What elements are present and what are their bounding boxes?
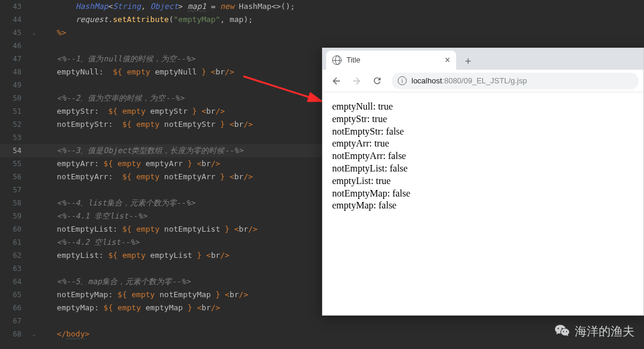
url-box[interactable]: i localhost:8080/09_EL_JSTL/g.jsp	[392, 73, 639, 89]
output-line: emptyStr: true	[332, 113, 634, 126]
watermark-text: 海洋的渔夫	[575, 323, 634, 339]
fold-gutter: ⌄	[30, 26, 38, 39]
fold-gutter	[30, 144, 38, 157]
line-number: 47	[0, 52, 30, 66]
line-number: 67	[0, 314, 30, 328]
reload-icon	[372, 76, 382, 86]
code-content[interactable]: request.setAttribute("emptyMap", map);	[38, 13, 644, 26]
fold-gutter	[30, 288, 38, 301]
close-icon[interactable]: ×	[445, 55, 450, 66]
tab-title: Title	[346, 56, 440, 64]
output-line: emptyList: true	[332, 175, 634, 188]
line-number: 46	[0, 39, 30, 52]
arrow-right-icon	[351, 76, 362, 86]
code-content[interactable]: %>	[38, 26, 644, 39]
page-content: emptyNull: trueemptyStr: truenotEmptyStr…	[323, 92, 643, 220]
new-tab-button[interactable]: +	[460, 53, 476, 70]
output-line: notEmptyMap: false	[332, 188, 634, 200]
url-text: localhost:8080/09_EL_JSTL/g.jsp	[411, 76, 527, 85]
browser-tab[interactable]: Title ×	[326, 51, 456, 70]
fold-gutter	[30, 170, 38, 183]
line-number: 65	[0, 288, 30, 301]
code-line[interactable]: 44 request.setAttribute("emptyMap", map)…	[0, 13, 644, 26]
line-number: 68	[0, 328, 30, 341]
fold-gutter	[30, 262, 38, 275]
line-number: 58	[0, 197, 30, 210]
code-content[interactable]	[38, 314, 644, 328]
line-number: 44	[0, 13, 30, 26]
line-number: 55	[0, 157, 30, 170]
browser-window: Title × + i localhost:8080/09_EL_JSTL/g.…	[322, 48, 644, 316]
line-number: 61	[0, 236, 30, 249]
fold-gutter	[30, 52, 38, 66]
output-line: emptyMap: false	[332, 200, 634, 212]
fold-gutter	[30, 236, 38, 249]
fold-gutter	[30, 314, 38, 328]
output-line: notEmptyArr: false	[332, 150, 634, 163]
fold-gutter	[30, 118, 38, 131]
fold-gutter	[30, 92, 38, 105]
back-button[interactable]	[327, 72, 345, 90]
line-number: 56	[0, 170, 30, 183]
line-number: 52	[0, 118, 30, 131]
line-number: 66	[0, 301, 30, 314]
fold-gutter	[30, 301, 38, 314]
line-number: 63	[0, 262, 30, 275]
forward-button[interactable]	[348, 72, 366, 90]
fold-gutter	[30, 210, 38, 223]
wechat-icon	[555, 324, 570, 339]
output-line: emptyNull: true	[332, 101, 634, 113]
fold-gutter	[30, 66, 38, 79]
line-number: 62	[0, 249, 30, 262]
code-content[interactable]: </body>	[38, 328, 644, 341]
output-line: notEmptyStr: false	[332, 126, 634, 138]
line-number: 50	[0, 92, 30, 105]
line-number: 57	[0, 183, 30, 197]
output-line: notEmptyList: false	[332, 163, 634, 175]
arrow-left-icon	[331, 76, 342, 86]
fold-gutter	[30, 275, 38, 288]
line-number: 54	[0, 144, 30, 157]
line-number: 43	[0, 0, 30, 13]
watermark: 海洋的渔夫	[555, 323, 634, 339]
fold-gutter	[30, 0, 38, 13]
fold-gutter	[30, 13, 38, 26]
code-content[interactable]: HashMap<String, Object> map1 = new HashM…	[38, 0, 644, 13]
fold-gutter	[30, 197, 38, 210]
output-line: emptyArr: true	[332, 138, 634, 150]
fold-gutter	[30, 249, 38, 262]
fold-gutter	[30, 183, 38, 197]
tab-strip: Title × +	[323, 48, 643, 70]
line-number: 48	[0, 66, 30, 79]
line-number: 64	[0, 275, 30, 288]
fold-gutter	[30, 223, 38, 236]
line-number: 45	[0, 26, 30, 39]
fold-gutter	[30, 39, 38, 52]
line-number: 59	[0, 210, 30, 223]
reload-button[interactable]	[368, 72, 386, 90]
code-line[interactable]: 67	[0, 314, 644, 328]
info-icon: i	[398, 76, 407, 85]
code-line[interactable]: 45⌄ %>	[0, 26, 644, 39]
line-number: 49	[0, 79, 30, 92]
fold-gutter	[30, 131, 38, 144]
fold-gutter: ⌄	[30, 328, 38, 341]
fold-gutter	[30, 79, 38, 92]
globe-icon	[332, 55, 342, 65]
fold-gutter	[30, 157, 38, 170]
address-bar: i localhost:8080/09_EL_JSTL/g.jsp	[323, 70, 643, 92]
line-number: 51	[0, 105, 30, 118]
fold-gutter	[30, 105, 38, 118]
line-number: 53	[0, 131, 30, 144]
line-number: 60	[0, 223, 30, 236]
code-line[interactable]: 43 HashMap<String, Object> map1 = new Ha…	[0, 0, 644, 13]
code-line[interactable]: 68⌄ </body>	[0, 328, 644, 341]
